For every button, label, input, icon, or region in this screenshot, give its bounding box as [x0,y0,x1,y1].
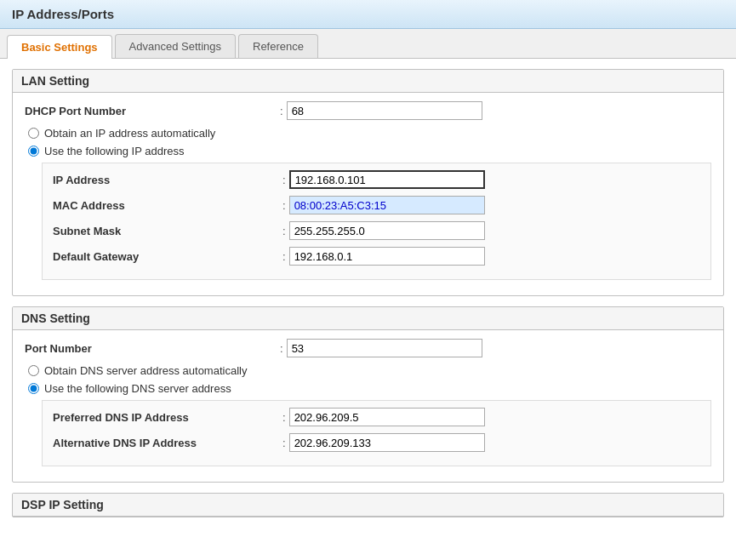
gateway-separator: : [282,250,286,263]
default-gateway-input[interactable] [289,247,485,266]
dhcp-port-input[interactable] [287,101,482,120]
subnet-mask-row: Subnet Mask : [53,221,700,240]
radio-auto-ip-row[interactable]: Obtain an IP address automatically [25,127,711,140]
dns-section-title: DNS Setting [13,307,723,330]
ip-address-separator: : [282,174,286,186]
tabs-bar: Basic Settings Advanced Settings Referen… [0,29,736,59]
tab-advanced-settings[interactable]: Advanced Settings [115,34,236,58]
ip-address-input[interactable] [289,170,485,189]
page-title: IP Address/Ports [0,0,736,29]
preferred-dns-row: Preferred DNS IP Address : [53,408,700,426]
dns-port-input[interactable] [287,339,482,357]
alternative-dns-row: Alternative DNS IP Address : [53,433,700,452]
mac-address-input[interactable] [289,196,485,214]
tab-reference[interactable]: Reference [238,34,318,58]
dhcp-port-label: DHCP Port Number [25,105,280,117]
alternative-dns-label: Alternative DNS IP Address [53,437,282,449]
dns-indented-fields: Preferred DNS IP Address : Alternative D… [42,400,711,466]
preferred-dns-input[interactable] [289,408,485,426]
dns-port-label: Port Number [25,342,280,355]
preferred-dns-label: Preferred DNS IP Address [53,411,282,424]
preferred-dns-separator: : [282,411,286,424]
mac-address-label: MAC Address [53,199,282,212]
radio-manual-dns-label: Use the following DNS server address [44,382,231,395]
radio-manual-dns[interactable] [28,383,39,394]
radio-manual-ip-row[interactable]: Use the following IP address [25,145,711,157]
dhcp-port-row: DHCP Port Number : [25,101,711,120]
subnet-mask-label: Subnet Mask [53,225,282,237]
radio-auto-ip[interactable] [28,128,39,139]
radio-auto-dns-row[interactable]: Obtain DNS server address automatically [25,364,711,377]
radio-auto-dns-label: Obtain DNS server address automatically [44,364,247,377]
radio-manual-dns-row[interactable]: Use the following DNS server address [25,382,711,395]
radio-auto-ip-label: Obtain an IP address automatically [44,127,215,140]
subnet-mask-input[interactable] [289,221,485,240]
lan-section-body: DHCP Port Number : Obtain an IP address … [13,93,723,295]
mac-separator: : [282,199,286,212]
main-content: LAN Setting DHCP Port Number : Obtain an… [0,59,736,538]
default-gateway-row: Default Gateway : [53,247,700,266]
dns-port-separator: : [280,342,283,355]
dns-setting-section: DNS Setting Port Number : Obtain DNS ser… [12,306,724,483]
dhcp-separator: : [280,105,283,117]
dsp-section-title: DSP IP Setting [13,494,723,517]
radio-manual-ip[interactable] [28,146,39,157]
dns-section-body: Port Number : Obtain DNS server address … [13,330,723,482]
tab-basic-settings[interactable]: Basic Settings [7,35,112,59]
ip-address-label: IP Address [53,174,282,186]
mac-address-row: MAC Address : [53,196,700,214]
lan-indented-fields: IP Address : MAC Address : Subnet Mask : [42,163,711,280]
alternative-dns-separator: : [282,437,286,449]
dns-port-row: Port Number : [25,339,711,357]
lan-section-title: LAN Setting [13,70,723,93]
subnet-separator: : [282,225,286,237]
lan-setting-section: LAN Setting DHCP Port Number : Obtain an… [12,69,724,296]
alternative-dns-input[interactable] [289,433,485,452]
default-gateway-label: Default Gateway [53,250,282,263]
radio-manual-ip-label: Use the following IP address [44,145,185,157]
ip-address-row: IP Address : [53,170,700,189]
dsp-setting-section: DSP IP Setting [12,493,724,517]
radio-auto-dns[interactable] [28,365,39,376]
